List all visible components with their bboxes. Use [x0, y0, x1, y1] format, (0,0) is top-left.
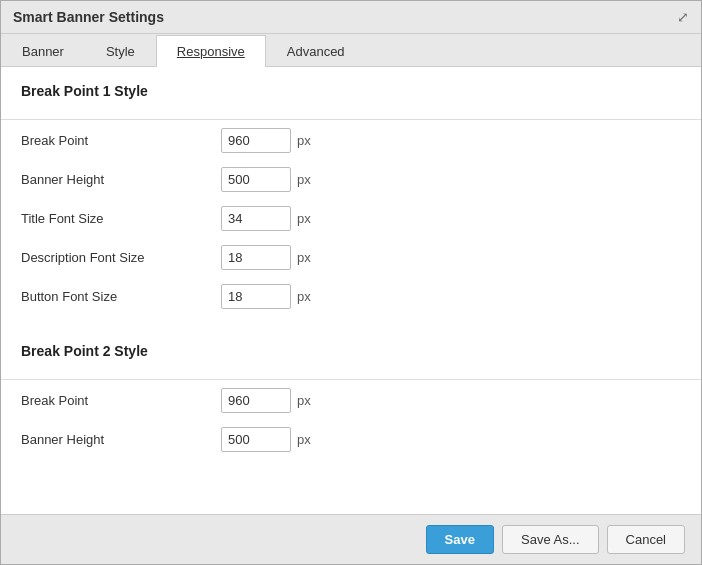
bp1-breakpoint-unit: px: [297, 133, 311, 148]
bp2-breakpoint-input-group: px: [221, 388, 311, 413]
save-button[interactable]: Save: [426, 525, 494, 554]
bp1-descfont-label: Description Font Size: [21, 250, 221, 265]
tab-advanced[interactable]: Advanced: [266, 35, 366, 67]
expand-icon[interactable]: ⤢: [677, 9, 689, 25]
bp2-bannerheight-row: Banner Height px: [21, 427, 681, 452]
cancel-button[interactable]: Cancel: [607, 525, 685, 554]
bp2-breakpoint-label: Break Point: [21, 393, 221, 408]
bp1-titlefont-input-group: px: [221, 206, 311, 231]
bp1-bannerheight-unit: px: [297, 172, 311, 187]
tab-style[interactable]: Style: [85, 35, 156, 67]
bp1-titlefont-unit: px: [297, 211, 311, 226]
bp1-titlefont-label: Title Font Size: [21, 211, 221, 226]
bp1-breakpoint-input[interactable]: [221, 128, 291, 153]
bp1-descfont-row: Description Font Size px: [21, 245, 681, 270]
bp1-breakpoint-input-group: px: [221, 128, 311, 153]
modal-header: Smart Banner Settings ⤢: [1, 1, 701, 34]
bp1-btnfont-input-group: px: [221, 284, 311, 309]
breakpoint2-fields: Break Point px Banner Height px: [1, 380, 701, 470]
tab-banner[interactable]: Banner: [1, 35, 85, 67]
bp2-bannerheight-input[interactable]: [221, 427, 291, 452]
bp1-btnfont-label: Button Font Size: [21, 289, 221, 304]
bp1-btnfont-unit: px: [297, 289, 311, 304]
bp2-bannerheight-label: Banner Height: [21, 432, 221, 447]
breakpoint1-title: Break Point 1 Style: [21, 83, 681, 99]
bp1-btnfont-input[interactable]: [221, 284, 291, 309]
bp1-bannerheight-input[interactable]: [221, 167, 291, 192]
bp1-descfont-unit: px: [297, 250, 311, 265]
bp1-breakpoint-row: Break Point px: [21, 128, 681, 153]
bp2-breakpoint-row: Break Point px: [21, 388, 681, 413]
modal-footer: Save Save As... Cancel: [1, 514, 701, 564]
bp1-bannerheight-row: Banner Height px: [21, 167, 681, 192]
bp2-breakpoint-unit: px: [297, 393, 311, 408]
bp1-bannerheight-input-group: px: [221, 167, 311, 192]
bp2-breakpoint-input[interactable]: [221, 388, 291, 413]
breakpoint2-title: Break Point 2 Style: [21, 343, 681, 359]
breakpoint1-section: Break Point 1 Style: [1, 67, 701, 119]
modal-body: Break Point 1 Style Break Point px Banne…: [1, 67, 701, 514]
bp1-titlefont-input[interactable]: [221, 206, 291, 231]
tab-bar: Banner Style Responsive Advanced: [1, 34, 701, 67]
bp1-breakpoint-label: Break Point: [21, 133, 221, 148]
breakpoint2-section: Break Point 2 Style: [1, 327, 701, 379]
bp1-titlefont-row: Title Font Size px: [21, 206, 681, 231]
breakpoint1-fields: Break Point px Banner Height px Title Fo…: [1, 120, 701, 327]
bp1-descfont-input-group: px: [221, 245, 311, 270]
modal-title: Smart Banner Settings: [13, 9, 164, 25]
bp2-bannerheight-input-group: px: [221, 427, 311, 452]
tab-responsive[interactable]: Responsive: [156, 35, 266, 67]
save-as-button[interactable]: Save As...: [502, 525, 599, 554]
modal: Smart Banner Settings ⤢ Banner Style Res…: [0, 0, 702, 565]
bp2-bannerheight-unit: px: [297, 432, 311, 447]
bp1-bannerheight-label: Banner Height: [21, 172, 221, 187]
bp1-descfont-input[interactable]: [221, 245, 291, 270]
bp1-btnfont-row: Button Font Size px: [21, 284, 681, 309]
